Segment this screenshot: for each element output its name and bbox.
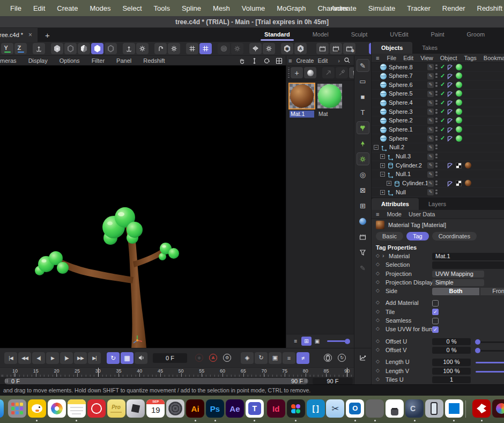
enabled-check-icon[interactable]: ✓ — [440, 63, 445, 70]
radial-symmetry-button[interactable] — [218, 43, 230, 54]
key-diamond-icon[interactable]: ◇ — [376, 326, 380, 331]
key-diamond-icon[interactable]: ◇ — [376, 288, 380, 293]
axis-settings-button[interactable] — [136, 43, 149, 54]
visibility-dots-icon[interactable] — [435, 180, 438, 185]
visibility-dots-icon[interactable] — [435, 64, 438, 69]
phong-tag-icon[interactable] — [447, 127, 453, 133]
sound-button[interactable] — [135, 352, 147, 364]
edit-toggle-icon[interactable]: ✎ — [427, 82, 434, 88]
menu-item-animate[interactable]: Animate — [325, 4, 362, 12]
visibility-dots-icon[interactable] — [435, 118, 438, 122]
volume-tool[interactable]: ⊞ — [357, 199, 369, 212]
layout-tab-model[interactable]: Model — [301, 28, 340, 42]
length-v-field[interactable]: 100 % — [432, 368, 471, 375]
visibility-dots-icon[interactable] — [435, 109, 438, 114]
object-row-null-1[interactable]: −Null.1✎ — [372, 170, 504, 179]
edit-toggle-icon[interactable]: ✎ — [427, 189, 434, 195]
layout-tab-track[interactable]: Track — [496, 28, 504, 42]
phong-tag-icon[interactable] — [447, 100, 453, 106]
torus-tool[interactable]: ◎ — [357, 168, 369, 181]
snap-grid-lock-button[interactable] — [199, 43, 212, 54]
dock-app-preview-jar-app[interactable] — [386, 399, 404, 418]
menu-item-spline[interactable]: Spline — [176, 4, 207, 12]
side-option-both[interactable]: Both — [432, 288, 479, 295]
loop-playback-button[interactable]: ↻ — [107, 352, 120, 364]
object-row-sphere-1[interactable]: Sphere.1✎✓ — [372, 126, 504, 135]
material-menu-edit[interactable]: Edit — [317, 57, 328, 64]
object-name[interactable]: Sphere — [389, 135, 407, 142]
object-row-sphere[interactable]: Sphere✎✓ — [372, 134, 504, 143]
edges-mode-button[interactable] — [64, 43, 77, 54]
record-mouse-button[interactable] — [321, 352, 334, 364]
search-icon[interactable] — [344, 57, 351, 64]
stage-tool[interactable] — [357, 230, 369, 243]
menu-item-file[interactable]: File — [4, 4, 27, 12]
dock-app-photos[interactable] — [48, 399, 66, 418]
projection-display-select[interactable]: Simple — [432, 279, 484, 287]
collapse-icon[interactable]: − — [374, 145, 379, 150]
menu-item-modes[interactable]: Modes — [84, 4, 116, 12]
spline-primitive-tool[interactable]: ▭ — [357, 75, 369, 87]
object-menu-file[interactable]: File — [387, 55, 396, 61]
edit-toggle-icon[interactable]: ✎ — [427, 127, 434, 133]
add-material-checkbox[interactable] — [432, 300, 439, 307]
dock-app-chrome[interactable] — [366, 399, 384, 418]
menu-item-render[interactable]: Render — [436, 4, 471, 12]
edit-toggle-icon[interactable]: ✎ — [427, 108, 434, 115]
key-diamond-icon[interactable]: ◇ — [376, 317, 380, 323]
menu-item-create[interactable]: Create — [51, 4, 84, 12]
edit-toggle-icon[interactable]: ✎ — [427, 144, 434, 151]
panel-tab-objects[interactable]: Objects — [372, 42, 412, 54]
object-row-sphere-5[interactable]: Sphere.5✎✓ — [372, 90, 504, 99]
viewport-menu-display[interactable]: Display — [28, 57, 48, 64]
previous-frame-button[interactable]: ◀| — [32, 352, 45, 364]
phong-tag-icon[interactable] — [447, 64, 453, 70]
rotate-view-icon[interactable] — [263, 57, 270, 64]
material-preview-sphere[interactable] — [290, 84, 314, 108]
material-tag-icon[interactable] — [456, 108, 462, 115]
viewport-menu-filter[interactable]: Filter — [92, 57, 105, 64]
dock-app-brackets[interactable]: [ ] — [307, 399, 325, 418]
object-name[interactable]: Null — [396, 189, 406, 195]
visibility-dots-icon[interactable] — [435, 171, 438, 176]
coordinate-system-button[interactable] — [33, 43, 45, 54]
enabled-check-icon[interactable]: ✓ — [440, 99, 445, 106]
thumbnail-size-slider[interactable] — [327, 340, 351, 342]
timeline-marker[interactable] — [98, 368, 99, 377]
object-name[interactable]: Null.1 — [396, 171, 411, 177]
deformer-tool[interactable]: ⊠ — [357, 184, 369, 196]
hamburger-icon[interactable]: ≡ — [376, 211, 380, 217]
key-diamond-icon[interactable]: ◇ — [376, 359, 380, 364]
text-primitive-tool[interactable]: T — [357, 106, 369, 119]
dock-app-scissors-app[interactable]: ✂ — [326, 399, 344, 418]
radial-settings-button[interactable] — [231, 43, 243, 54]
offset-v-field[interactable]: 0 % — [432, 347, 471, 354]
enabled-check-icon[interactable]: ✓ — [440, 117, 445, 124]
points-mode-button[interactable] — [51, 43, 63, 54]
generator-tree-tool[interactable] — [357, 137, 369, 150]
viewport-isolate-button[interactable]: A — [294, 43, 307, 54]
edit-toggle-icon[interactable]: ✎ — [427, 91, 434, 97]
expand-icon[interactable]: + — [380, 163, 385, 168]
menu-item-tools[interactable]: Tools — [148, 4, 176, 12]
key-diamond-icon[interactable]: ◇ — [376, 309, 380, 314]
layout-tab-standard[interactable]: Standard — [253, 28, 301, 42]
dock-app-creative-cloud[interactable] — [492, 399, 504, 418]
phong-tag-icon[interactable] — [447, 82, 453, 88]
add-tab-button[interactable]: + — [38, 31, 57, 40]
end-frame-field[interactable]: 90 F — [313, 378, 353, 384]
go-to-end-button[interactable]: ▶| — [88, 352, 101, 364]
pick-material-button[interactable] — [336, 67, 348, 78]
dock-app-teams[interactable]: T — [246, 399, 264, 418]
object-mode-button[interactable] — [105, 43, 117, 54]
visibility-dots-icon[interactable] — [435, 127, 438, 132]
object-row-sphere-6[interactable]: Sphere.6✎✓ — [372, 81, 504, 90]
timeline-marker[interactable] — [347, 368, 347, 377]
expand-icon[interactable]: + — [387, 181, 391, 186]
length-u-field[interactable]: 100 % — [432, 359, 471, 366]
window-title-bar[interactable]: tree.c4d * (TRIAL) - Main - [Trial expir… — [0, 16, 504, 28]
object-name[interactable]: Null.2 — [389, 144, 404, 150]
object-menu-view[interactable]: View — [420, 55, 433, 61]
expand-icon[interactable]: + — [380, 154, 385, 159]
edit-toggle-icon[interactable]: ✎ — [427, 135, 434, 142]
